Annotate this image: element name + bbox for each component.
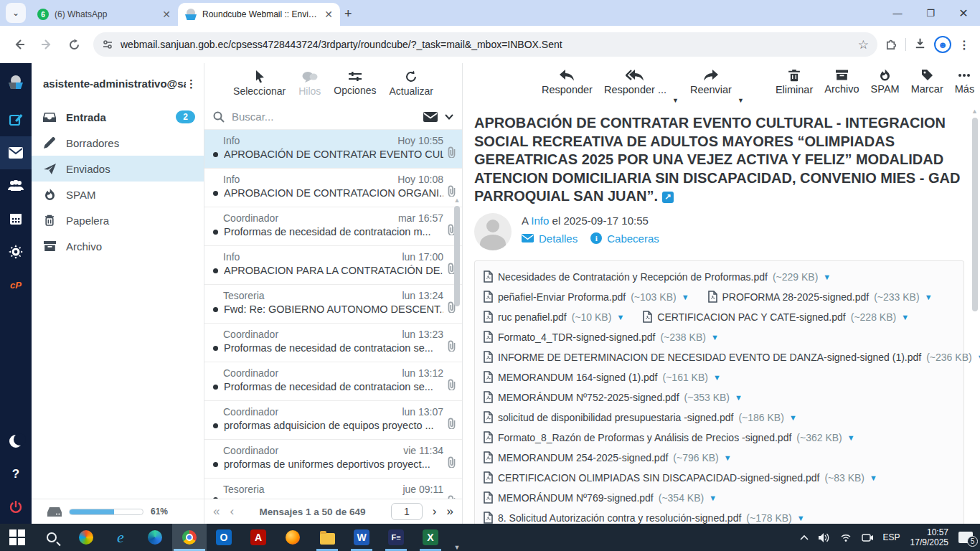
close-tab-icon[interactable]: ✕	[324, 9, 333, 20]
attachment-filename[interactable]: Necesidades de Contratación y Recepción …	[498, 271, 768, 283]
tab-search-button[interactable]: ⌄	[6, 3, 26, 23]
taskbar-clock[interactable]: 10:57 17/9/2025	[910, 527, 948, 547]
prev-page-button[interactable]: ‹	[230, 504, 234, 519]
browser-menu-icon[interactable]: ⋮	[958, 38, 970, 52]
threads-button[interactable]: Hilos	[298, 71, 321, 97]
attachment-item[interactable]: Necesidades de Contratación y Recepción …	[484, 267, 831, 287]
delete-button[interactable]: Eliminar	[776, 69, 813, 95]
reply-button[interactable]: Responder	[542, 69, 593, 95]
message-row[interactable]: Info Hoy 10:55 APROBACIÓN DE CONTRATAR E…	[204, 130, 462, 169]
tray-expand-icon[interactable]	[800, 534, 809, 540]
headers-toggle[interactable]: i Cabeceras	[590, 232, 659, 245]
mark-button[interactable]: Marcar	[911, 69, 943, 95]
notification-center-icon[interactable]: 5	[958, 532, 973, 543]
chevron-down-icon[interactable]	[445, 114, 453, 120]
scroll-thumb[interactable]	[972, 118, 978, 311]
folder-item-archivo[interactable]: Archivo	[32, 233, 204, 259]
more-button[interactable]: Más	[955, 69, 974, 95]
folder-item-entrada[interactable]: Entrada 2	[32, 104, 204, 130]
extensions-icon[interactable]	[885, 37, 898, 53]
message-row[interactable]: Tesoreria jue 09:11	[204, 479, 462, 499]
attachment-filename[interactable]: 8. Solicitud Autorización contra y resol…	[498, 512, 741, 524]
attachment-item[interactable]: MEMORÁNDUM Nº769-signed.pdf (~354 KB) ▼	[484, 488, 717, 508]
attachment-item[interactable]: MEMORANDUM 254-2025-signed.pdf (~796 KB)…	[484, 448, 732, 468]
message-row[interactable]: Tesoreria lun 13:24 Fwd: Re: GOBIERNO AU…	[204, 285, 462, 324]
cpanel-logo[interactable]: cP	[0, 268, 32, 301]
message-row[interactable]: Info Hoy 10:08 APROBACION DE CONTRATACIO…	[204, 169, 462, 207]
details-toggle[interactable]: Detalles	[522, 232, 578, 245]
first-page-button[interactable]: «	[213, 504, 220, 519]
attachment-menu-icon[interactable]: ▼	[901, 313, 909, 321]
compose-button[interactable]	[0, 103, 32, 136]
account-menu-icon[interactable]: ⋮	[186, 77, 197, 90]
search-input[interactable]: Buscar...	[232, 110, 416, 123]
attachment-item[interactable]: 8. Solicitud Autorización contra y resol…	[484, 508, 805, 524]
attachment-filename[interactable]: ruc penafiel.pdf	[498, 311, 567, 323]
message-row[interactable]: Coordinador mar 16:57 Proformas de neces…	[204, 207, 462, 246]
attachment-filename[interactable]: CERTIFICACION PAC Y CATE-signed.pdf	[657, 311, 845, 323]
attachment-menu-icon[interactable]: ▼	[735, 393, 743, 402]
attachment-menu-icon[interactable]: ▼	[789, 413, 797, 422]
message-row[interactable]: Coordinador lun 13:12 Proformas de neces…	[204, 362, 462, 401]
folder-item-spam[interactable]: SPAM	[32, 182, 204, 207]
file-explorer-button[interactable]	[310, 524, 344, 551]
attachment-item[interactable]: CERTIFICACION PAC Y CATE-signed.pdf (~22…	[643, 307, 909, 327]
excel-button[interactable]: X	[413, 524, 448, 551]
edge-button[interactable]	[138, 524, 172, 551]
downloads-icon[interactable]	[913, 37, 927, 53]
address-bar[interactable]: webmail.sanjuan.gob.ec/cpsess4728443724/…	[93, 32, 877, 57]
attachment-filename[interactable]: CERTIFICACION OLIMPIADAS SIN DISCAPACIDA…	[498, 472, 819, 484]
folder-item-enviados[interactable]: Enviados	[32, 156, 204, 182]
tab-whatsapp[interactable]: 6 (6) WhatsApp ✕	[30, 3, 178, 26]
attachment-filename[interactable]: MEMORÁNDUM Nº769-signed.pdf	[498, 492, 654, 504]
bookmark-star-icon[interactable]: ☆	[858, 37, 869, 52]
attachment-item[interactable]: ruc penafiel.pdf (~10 KB) ▼	[484, 307, 624, 327]
rail-settings-button[interactable]	[0, 235, 32, 268]
select-button[interactable]: Seleccionar	[233, 70, 286, 97]
attachment-menu-icon[interactable]: ▼	[797, 514, 805, 522]
firefox-button[interactable]	[275, 524, 310, 551]
attachment-filename[interactable]: solicitud de disponibilidad presupuestar…	[498, 412, 733, 423]
open-in-new-window-icon[interactable]: ↗	[662, 192, 674, 203]
attachment-filename[interactable]: MEMORANDUM 254-2025-signed.pdf	[498, 452, 668, 463]
list-scrollbar[interactable]: ▲ ▼	[453, 197, 461, 551]
attachment-item[interactable]: peñafiel-Enviar Proforma.pdf (~103 KB) ▼	[484, 287, 689, 307]
scroll-up-icon[interactable]: ▲	[453, 197, 461, 204]
new-tab-button[interactable]: +	[344, 6, 352, 22]
spam-button[interactable]: SPAM	[871, 69, 900, 95]
rail-mail-button[interactable]	[0, 136, 32, 169]
back-button[interactable]	[7, 32, 32, 57]
attachment-filename[interactable]: MEMORÁNDUM Nº752-2025-signed.pdf	[498, 392, 679, 403]
attachment-menu-icon[interactable]: ▼	[823, 273, 831, 281]
attachment-filename[interactable]: Formato_4_TDR-signed-signed.pdf	[498, 331, 655, 343]
profile-avatar[interactable]: ☻	[934, 36, 951, 53]
copilot-button[interactable]	[69, 524, 103, 551]
site-settings-icon[interactable]	[102, 39, 113, 50]
attachment-item[interactable]: MEMORÁNDUM Nº752-2025-signed.pdf (~353 K…	[484, 387, 743, 408]
attachment-filename[interactable]: MEMORANDUM 164-signed (1).pdf	[498, 372, 658, 383]
recipient-link[interactable]: Info	[531, 215, 549, 227]
attachment-menu-icon[interactable]: ▼	[616, 313, 624, 321]
page-number-input[interactable]: 1	[391, 503, 423, 520]
message-row[interactable]: Coordinador vie 11:34 proformas de unifo…	[204, 440, 462, 479]
refresh-list-button[interactable]: Actualizar	[389, 70, 433, 97]
message-row[interactable]: Coordinador lun 13:07 proformas adquisic…	[204, 401, 462, 440]
attachment-menu-icon[interactable]: ▼	[682, 293, 689, 301]
attachment-menu-icon[interactable]: ▼	[847, 433, 855, 442]
message-row[interactable]: Coordinador lun 13:23 Proformas de neces…	[204, 324, 462, 362]
reply-all-menu-icon[interactable]: ▼	[672, 97, 679, 104]
attachment-item[interactable]: Formato_4_TDR-signed-signed.pdf (~238 KB…	[484, 327, 719, 347]
attachment-filename[interactable]: INFORME DE DETERMINACION DE NECESIDAD EV…	[498, 352, 921, 363]
dark-mode-button[interactable]	[0, 425, 32, 458]
folder-item-papelera[interactable]: Papelera	[32, 207, 204, 233]
rail-contacts-button[interactable]	[0, 169, 32, 202]
taskbar-search-button[interactable]	[34, 524, 69, 551]
fes-app-button[interactable]: F≡	[379, 524, 413, 551]
scroll-down-icon[interactable]: ▼	[453, 544, 461, 551]
window-restore-button[interactable]: ❐	[914, 0, 947, 26]
attachment-item[interactable]: PROFORMA 28-2025-signed.pdf (~233 KB) ▼	[708, 287, 933, 307]
acrobat-button[interactable]: A	[241, 524, 275, 551]
next-page-button[interactable]: ›	[433, 504, 437, 519]
outlook-button[interactable]: O	[207, 524, 241, 551]
options-button[interactable]: Opciones	[334, 71, 376, 96]
